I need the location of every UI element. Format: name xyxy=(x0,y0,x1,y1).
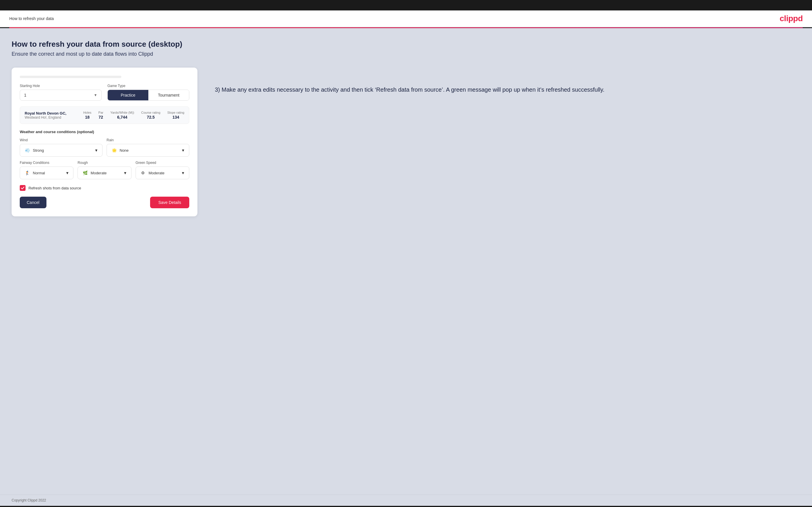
fairway-label: Fairway Conditions xyxy=(20,161,73,165)
holes-label: Holes xyxy=(83,111,92,114)
starting-hole-group: Starting Hole 1 ▼ xyxy=(20,84,102,101)
course-stats: Holes 18 Par 72 Yards/White (M)) 6,744 C… xyxy=(83,111,184,119)
refresh-checkbox-row: Refresh shots from data source xyxy=(20,185,189,191)
green-speed-select-left: ⚙ Moderate xyxy=(140,170,165,176)
conditions-heading: Weather and course conditions (optional) xyxy=(20,130,189,134)
wind-select-left: 💨 Strong xyxy=(24,147,44,154)
starting-hole-value: 1 xyxy=(24,93,27,98)
game-type-group: Game Type Practice Tournament xyxy=(107,84,189,101)
wind-value: Strong xyxy=(33,148,44,153)
footer-text: Copyright Clippd 2022 xyxy=(12,498,46,502)
save-button[interactable]: Save Details xyxy=(150,196,189,208)
conditions-grid-top: Wind 💨 Strong ▼ Rain 🌟 None xyxy=(20,138,189,157)
refresh-checkbox[interactable] xyxy=(20,185,26,191)
rain-icon: 🌟 xyxy=(111,147,117,154)
fairway-group: Fairway Conditions 🏌 Normal ▼ xyxy=(20,161,73,179)
fairway-chevron-icon: ▼ xyxy=(65,171,69,175)
green-speed-label: Green Speed xyxy=(136,161,189,165)
green-speed-value: Moderate xyxy=(149,171,165,175)
rain-group: Rain 🌟 None ▼ xyxy=(107,138,189,157)
button-row: Cancel Save Details xyxy=(20,196,189,208)
fairway-value: Normal xyxy=(33,171,45,175)
fairway-select[interactable]: 🏌 Normal ▼ xyxy=(20,167,73,179)
green-speed-chevron-icon: ▼ xyxy=(181,171,185,175)
course-info: Royal North Devon GC, Westward Ho!, Engl… xyxy=(25,111,66,119)
rough-group: Rough 🌿 Moderate ▼ xyxy=(78,161,131,179)
course-location: Westward Ho!, England xyxy=(25,115,66,119)
rain-label: Rain xyxy=(107,138,189,142)
top-fields: Starting Hole 1 ▼ Game Type Practice Tou… xyxy=(20,84,189,101)
yards-value: 6,744 xyxy=(110,115,134,119)
description-text: 3) Make any extra edits necessary to the… xyxy=(215,85,800,94)
main-content: How to refresh your data from source (de… xyxy=(0,28,812,495)
game-type-toggle: Practice Tournament xyxy=(107,90,189,101)
conditions-grid-bottom: Fairway Conditions 🏌 Normal ▼ Rough 🌿 xyxy=(20,161,189,179)
fairway-select-left: 🏌 Normal xyxy=(24,170,45,176)
rain-select-left: 🌟 None xyxy=(111,147,129,154)
header-title: How to refresh your data xyxy=(9,16,54,21)
slope-rating-value: 134 xyxy=(167,115,184,119)
footer: Copyright Clippd 2022 xyxy=(0,495,812,506)
course-row: Royal North Devon GC, Westward Ho!, Engl… xyxy=(20,106,189,124)
yards-label: Yards/White (M)) xyxy=(110,111,134,114)
rain-chevron-icon: ▼ xyxy=(181,148,185,153)
wind-icon: 💨 xyxy=(24,147,31,154)
rough-icon: 🌿 xyxy=(82,170,88,176)
par-value: 72 xyxy=(98,115,103,119)
top-bar xyxy=(0,0,812,10)
course-rating-stat: Course rating 72.5 xyxy=(141,111,160,119)
practice-button[interactable]: Practice xyxy=(108,90,148,100)
card-top-hint xyxy=(20,76,121,78)
fairway-icon: 🏌 xyxy=(24,170,31,176)
content-layout: Starting Hole 1 ▼ Game Type Practice Tou… xyxy=(12,68,800,216)
slope-rating-stat: Slope rating 134 xyxy=(167,111,184,119)
par-stat: Par 72 xyxy=(98,111,103,119)
rough-chevron-icon: ▼ xyxy=(123,171,127,175)
wind-chevron-icon: ▼ xyxy=(94,148,98,153)
starting-hole-label: Starting Hole xyxy=(20,84,102,88)
cancel-button[interactable]: Cancel xyxy=(20,196,46,208)
wind-select[interactable]: 💨 Strong ▼ xyxy=(20,144,102,157)
starting-hole-select[interactable]: 1 ▼ xyxy=(20,90,102,101)
starting-hole-chevron-icon: ▼ xyxy=(94,93,97,97)
game-type-label: Game Type xyxy=(107,84,189,88)
rough-select-left: 🌿 Moderate xyxy=(82,170,107,176)
description-panel: 3) Make any extra edits necessary to the… xyxy=(215,68,800,94)
rain-value: None xyxy=(119,148,129,153)
green-speed-icon: ⚙ xyxy=(140,170,146,176)
yards-stat: Yards/White (M)) 6,744 xyxy=(110,111,134,119)
page-subheading: Ensure the correct and most up to date d… xyxy=(12,51,800,57)
course-rating-label: Course rating xyxy=(141,111,160,114)
tournament-button[interactable]: Tournament xyxy=(148,90,189,100)
rain-select[interactable]: 🌟 None ▼ xyxy=(107,144,189,157)
header: How to refresh your data clippd xyxy=(0,10,812,27)
course-name: Royal North Devon GC, xyxy=(25,111,66,115)
holes-stat: Holes 18 xyxy=(83,111,92,119)
course-rating-value: 72.5 xyxy=(141,115,160,119)
slope-rating-label: Slope rating xyxy=(167,111,184,114)
page-heading: How to refresh your data from source (de… xyxy=(12,40,800,49)
checkmark-icon xyxy=(21,186,24,189)
holes-value: 18 xyxy=(83,115,92,119)
green-speed-select[interactable]: ⚙ Moderate ▼ xyxy=(136,167,189,179)
rough-select[interactable]: 🌿 Moderate ▼ xyxy=(78,167,131,179)
rough-label: Rough xyxy=(78,161,131,165)
logo: clippd xyxy=(780,14,803,23)
refresh-label: Refresh shots from data source xyxy=(29,186,81,190)
wind-group: Wind 💨 Strong ▼ xyxy=(20,138,102,157)
wind-label: Wind xyxy=(20,138,102,142)
rough-value: Moderate xyxy=(91,171,107,175)
green-speed-group: Green Speed ⚙ Moderate ▼ xyxy=(136,161,189,179)
form-card: Starting Hole 1 ▼ Game Type Practice Tou… xyxy=(12,68,197,216)
par-label: Par xyxy=(98,111,103,114)
